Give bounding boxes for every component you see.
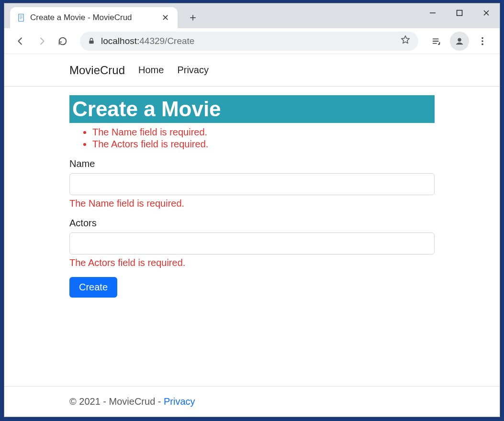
- back-button[interactable]: [12, 33, 29, 50]
- svg-point-9: [482, 37, 483, 39]
- actors-label: Actors: [69, 218, 435, 229]
- browser-window: Create a Movie - MovieCrud ✕ localhos: [4, 3, 500, 417]
- svg-point-11: [482, 43, 483, 45]
- page-viewport: MovieCrud Home Privacy Create a Movie Th…: [4, 54, 500, 417]
- footer-text: © 2021 - MovieCrud -: [69, 396, 164, 407]
- site-footer: © 2021 - MovieCrud - Privacy: [4, 386, 500, 417]
- new-tab-button[interactable]: [184, 9, 202, 26]
- svg-point-8: [458, 38, 461, 41]
- page-title: Create a Movie: [69, 95, 435, 123]
- create-button[interactable]: Create: [69, 277, 117, 298]
- tab-title: Create a Movie - MovieCrud: [30, 13, 155, 22]
- svg-rect-0: [19, 14, 24, 22]
- url-text: localhost:44329/Create: [101, 36, 194, 46]
- name-input[interactable]: [69, 173, 435, 195]
- window-maximize-button[interactable]: [446, 3, 473, 22]
- site-navbar: MovieCrud Home Privacy: [4, 54, 500, 87]
- kebab-menu-icon[interactable]: [473, 32, 492, 51]
- footer-privacy-link[interactable]: Privacy: [164, 396, 195, 407]
- name-label: Name: [69, 158, 435, 169]
- brand-link[interactable]: MovieCrud: [69, 64, 125, 77]
- media-control-icon[interactable]: [427, 32, 446, 51]
- actors-error: The Actors field is required.: [69, 257, 435, 268]
- tab-close-icon[interactable]: ✕: [160, 12, 171, 23]
- reload-button[interactable]: [54, 33, 71, 50]
- form-group-actors: Actors The Actors field is required.: [69, 218, 435, 268]
- svg-point-10: [482, 40, 483, 42]
- url-path: 44329/Create: [139, 36, 194, 46]
- browser-toolbar: localhost:44329/Create: [4, 28, 500, 54]
- validation-summary-item: The Name field is required.: [92, 127, 435, 138]
- nav-privacy-link[interactable]: Privacy: [177, 65, 209, 76]
- actors-input[interactable]: [69, 233, 435, 255]
- tab-strip: Create a Movie - MovieCrud ✕: [4, 3, 500, 28]
- address-bar[interactable]: localhost:44329/Create: [80, 32, 418, 51]
- browser-tab[interactable]: Create a Movie - MovieCrud ✕: [10, 7, 178, 28]
- window-controls: [419, 3, 500, 22]
- validation-summary: The Name field is required. The Actors f…: [69, 127, 435, 150]
- name-error: The Name field is required.: [69, 198, 435, 209]
- bookmark-star-icon[interactable]: [400, 34, 411, 47]
- url-host: localhost:: [101, 36, 139, 46]
- main-container: Create a Movie The Name field is require…: [4, 87, 500, 386]
- profile-avatar-icon[interactable]: [450, 32, 469, 51]
- svg-rect-6: [89, 40, 93, 44]
- nav-home-link[interactable]: Home: [138, 65, 164, 76]
- svg-rect-5: [457, 11, 462, 16]
- form-group-submit: Create: [69, 277, 435, 298]
- forward-button[interactable]: [33, 33, 50, 50]
- validation-summary-item: The Actors field is required.: [92, 139, 435, 150]
- form-group-name: Name The Name field is required.: [69, 158, 435, 209]
- svg-point-7: [438, 43, 439, 44]
- lock-icon: [88, 37, 95, 45]
- window-close-button[interactable]: [473, 3, 500, 22]
- window-minimize-button[interactable]: [419, 3, 446, 22]
- page-favicon-icon: [17, 13, 25, 22]
